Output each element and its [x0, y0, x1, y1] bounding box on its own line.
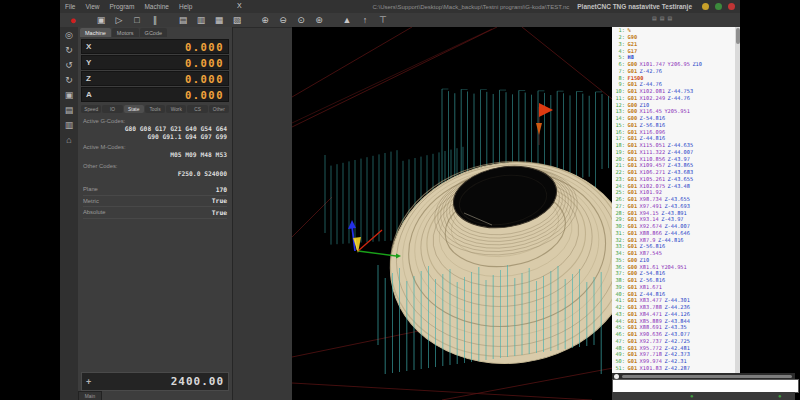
gcode-line[interactable]: 49:G01X97.718Z-42.373: [612, 351, 735, 358]
machine-home-icon[interactable]: ⌂: [66, 135, 71, 145]
tab-main[interactable]: Main: [78, 391, 102, 400]
home-x-icon[interactable]: ↻: [65, 45, 73, 55]
probe-icon[interactable]: ⊤: [377, 15, 389, 25]
gcode-line[interactable]: 39:G01X81.671: [612, 284, 735, 291]
gcode-line[interactable]: 50:G01X99.974Z-42.31: [612, 358, 735, 365]
subtab-cs[interactable]: CS: [187, 105, 207, 113]
gcode-line[interactable]: 44:G01X85.889Z-43.844: [612, 317, 735, 324]
gcode-line[interactable]: 31:G01X88.866Z-44.646: [612, 230, 735, 237]
view-3-icon[interactable]: ▤: [667, 15, 672, 21]
record-button[interactable]: ●: [67, 15, 79, 25]
gcode-line[interactable]: 40:G01Z-44.816: [612, 290, 735, 297]
gcode-line[interactable]: 47:G01X92.737Z-42.725: [612, 338, 735, 345]
jog-cross-icon[interactable]: +: [86, 377, 98, 387]
gcode-line[interactable]: 25:G01X101.92: [612, 189, 735, 196]
subtab-speed[interactable]: Speed: [81, 105, 101, 113]
raise-tool-icon[interactable]: ▲: [341, 15, 353, 25]
gcode-line[interactable]: 14:G00Z-54.816: [612, 115, 735, 122]
gcode-line[interactable]: 30:G01X92.674Z-44.007: [612, 223, 735, 230]
gcode-line[interactable]: 41:G01X83.477Z-44.301: [612, 297, 735, 304]
gcode-line[interactable]: 35:G00Z10: [612, 257, 735, 264]
subtab-work[interactable]: Work: [166, 105, 186, 113]
gcode-line[interactable]: 8:F1500: [612, 74, 735, 81]
gcode-line[interactable]: 5:H8: [612, 54, 735, 61]
gcode-line[interactable]: 26:G01X98.734Z-43.655: [612, 196, 735, 203]
gcode-line[interactable]: 12:G00Z10: [612, 101, 735, 108]
gcode-line[interactable]: 1:%: [612, 27, 735, 34]
subtab-io[interactable]: IO: [102, 105, 122, 113]
gcode-line[interactable]: 15:G01Z-56.816: [612, 122, 735, 129]
subtab-tools[interactable]: Tools: [145, 105, 165, 113]
gcode-line[interactable]: 4:G17: [612, 47, 735, 54]
gcode-line[interactable]: 16:G01X116.096: [612, 128, 735, 135]
gcode-line[interactable]: 33:G01Z-56.816: [612, 243, 735, 250]
start-icon[interactable]: ▷: [113, 15, 125, 25]
gcode-line[interactable]: 18:G01X115.051Z-44.635: [612, 142, 735, 149]
gcode-line[interactable]: 32:G01X87.9Z-44.816: [612, 236, 735, 243]
maximize-button[interactable]: [715, 3, 722, 10]
gcode-vertical-scrollbar[interactable]: [735, 27, 740, 373]
open-program-icon[interactable]: ▣: [95, 15, 107, 25]
gcode-line[interactable]: 2:G90: [612, 34, 735, 41]
gcode-line[interactable]: 34:G01X87.545: [612, 250, 735, 257]
tab-machine[interactable]: Machine: [80, 28, 111, 37]
window-4-icon[interactable]: ▧: [231, 15, 243, 25]
gcode-line[interactable]: 48:G01X95.772Z-42.481: [612, 344, 735, 351]
gcode-line[interactable]: 6:G00X101.747Y206.95Z10: [612, 61, 735, 68]
home-y-icon[interactable]: ↺: [65, 60, 73, 70]
gcode-line[interactable]: 3:G21: [612, 41, 735, 48]
gcode-run-icon[interactable]: ●: [690, 393, 694, 399]
view-2-icon[interactable]: ▤: [660, 15, 665, 21]
gcode-line[interactable]: 21:G01X109.457Z-43.865: [612, 162, 735, 169]
gcode-line[interactable]: 45:G01X88.691Z-43.35: [612, 324, 735, 331]
camera-icon[interactable]: ▣: [65, 90, 74, 100]
gcode-hscroll-bar[interactable]: [622, 375, 792, 378]
gcode-line[interactable]: 51:G01X101.83Z-42.287: [612, 365, 735, 372]
view-1-icon[interactable]: ▤: [652, 15, 657, 21]
window-3-icon[interactable]: ▦: [213, 15, 225, 25]
jog-icon[interactable]: ↑: [359, 15, 371, 25]
menu-file[interactable]: File: [60, 3, 80, 10]
mdi-command-input[interactable]: [612, 379, 799, 393]
gcode-line[interactable]: 13:G00X116.45Y205.951: [612, 108, 735, 115]
minimize-button[interactable]: [702, 3, 709, 10]
gcode-line[interactable]: 28:G01X94.15Z-43.891: [612, 209, 735, 216]
gcode-line[interactable]: 20:G01X110.856Z-43.97: [612, 155, 735, 162]
gcode-vscroll-thumb[interactable]: [736, 28, 740, 44]
menu-program[interactable]: Program: [104, 3, 139, 10]
gcode-go-icon[interactable]: ●: [778, 393, 782, 399]
tab-gcode[interactable]: GCode: [140, 28, 167, 37]
gcode-line[interactable]: 24:G01X102.075Z-43.48: [612, 182, 735, 189]
subtab-other[interactable]: Other: [209, 105, 229, 113]
zoom-out-icon[interactable]: ⊖: [277, 15, 289, 25]
position-target-icon[interactable]: ◎: [65, 30, 73, 40]
gcode-line[interactable]: 17:G01Z-44.816: [612, 135, 735, 142]
window-2-icon[interactable]: ▥: [195, 15, 207, 25]
gcode-line[interactable]: 46:G01X90.636Z-43.077: [612, 331, 735, 338]
gcode-line[interactable]: 38:G01Z-56.816: [612, 277, 735, 284]
gcode-line[interactable]: 10:G01X102.081Z-44.753: [612, 88, 735, 95]
menu-help[interactable]: Help: [174, 3, 197, 10]
menu-view[interactable]: View: [80, 3, 104, 10]
zoom-selection-icon[interactable]: ⊛: [313, 15, 325, 25]
gcode-line[interactable]: 19:G01X111.322Z-44.007: [612, 149, 735, 156]
zoom-in-icon[interactable]: ⊕: [259, 15, 271, 25]
gcode-line[interactable]: 9:G01Z-44.76: [612, 81, 735, 88]
gcode-line[interactable]: 36:G00X81.61Y204.951: [612, 263, 735, 270]
gcode-line[interactable]: 43:G01X84.471Z-44.126: [612, 311, 735, 318]
gcode-line[interactable]: 7:G01Z-42.76: [612, 68, 735, 75]
gcode-hscroll-knob[interactable]: [614, 374, 619, 379]
menu-machine[interactable]: Machine: [139, 3, 174, 10]
subtab-state[interactable]: State: [124, 105, 144, 113]
toolbox-icon[interactable]: ▤: [65, 105, 74, 115]
material-icon[interactable]: ▥: [65, 120, 74, 130]
gcode-line[interactable]: 22:G01X106.271Z-43.683: [612, 169, 735, 176]
window-1-icon[interactable]: ▤: [177, 15, 189, 25]
home-z-icon[interactable]: ↻: [65, 75, 73, 85]
gcode-line[interactable]: 27:G01X97.491Z-43.693: [612, 203, 735, 210]
zoom-fit-icon[interactable]: ⊙: [295, 15, 307, 25]
gcode-line[interactable]: 29:G01X93.14Z-43.97: [612, 216, 735, 223]
stop-icon[interactable]: □: [131, 15, 143, 25]
close-button[interactable]: [728, 3, 735, 10]
gcode-line[interactable]: 11:G01X102.249Z-44.76: [612, 95, 735, 102]
